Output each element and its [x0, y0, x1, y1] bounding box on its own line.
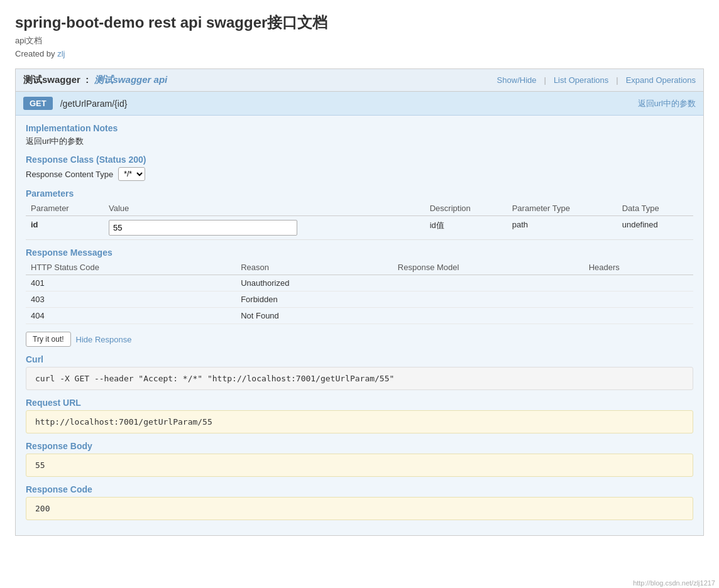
col-http-status: HTTP Status Code [26, 260, 236, 275]
response-code-label: Response Code [26, 484, 693, 494]
col-response-model: Response Model [393, 260, 584, 275]
response-code-value: 200 [35, 504, 50, 513]
curl-box: curl -X GET --header "Accept: */*" "http… [26, 367, 693, 390]
table-row: 404 Not Found [26, 308, 693, 324]
col-param-type: Parameter Type [507, 201, 617, 216]
request-url-value: http://localhost:7001/getUrlParam/55 [35, 417, 212, 427]
param-data-type: undefined [617, 216, 693, 240]
operation-content: Implementation Notes 返回url中的参数 Response … [16, 116, 703, 535]
rm-reason: Unauthorized [236, 275, 393, 291]
response-messages-table: HTTP Status Code Reason Response Model H… [26, 260, 693, 324]
operation-path: /getUrlParam/{id} [60, 99, 638, 109]
hide-response-link[interactable]: Hide Response [76, 335, 132, 344]
page-subtitle: api文档 [15, 35, 704, 46]
operation-bar: GET /getUrlParam/{id} 返回url中的参数 [16, 92, 703, 116]
request-url-box: http://localhost:7001/getUrlParam/55 [26, 410, 693, 433]
col-headers: Headers [584, 260, 693, 275]
section-controls: Show/Hide | List Operations | Expand Ope… [497, 75, 696, 85]
author-link[interactable]: zlj [57, 49, 65, 58]
impl-notes-text: 返回url中的参数 [26, 136, 693, 147]
col-parameter: Parameter [26, 201, 104, 216]
col-data-type: Data Type [617, 201, 693, 216]
param-value-cell[interactable] [104, 216, 425, 240]
response-messages-label: Response Messages [26, 248, 693, 258]
rm-headers [584, 275, 693, 291]
param-description: id值 [425, 216, 507, 240]
rm-code: 404 [26, 308, 236, 324]
rm-model [393, 308, 584, 324]
page-title: spring-boot-demo rest api swagger接口文档 [15, 13, 704, 33]
col-reason: Reason [236, 260, 393, 275]
col-description: Description [425, 201, 507, 216]
curl-value: curl -X GET --header "Accept: */*" "http… [35, 374, 394, 383]
operation-block: GET /getUrlParam/{id} 返回url中的参数 Implemen… [16, 91, 703, 535]
list-operations-link[interactable]: List Operations [554, 75, 608, 85]
show-hide-link[interactable]: Show/Hide [497, 75, 537, 85]
api-section-title-link[interactable]: 测试swagger api [94, 74, 168, 85]
rm-model [393, 275, 584, 291]
table-row: 401 Unauthorized [26, 275, 693, 291]
request-url-label: Request URL [26, 398, 693, 408]
response-body-label: Response Body [26, 441, 693, 451]
rm-headers [584, 291, 693, 308]
param-value-input[interactable] [109, 220, 297, 236]
response-content-type-row: Response Content Type */* [26, 167, 693, 181]
rm-reason: Forbidden [236, 291, 393, 308]
response-body-box: 55 [26, 454, 693, 477]
api-section: 测试swagger : 测试swagger api Show/Hide | Li… [15, 68, 704, 536]
response-code-box: 200 [26, 497, 693, 520]
response-content-type-label: Response Content Type [26, 170, 113, 179]
created-by: Created by zlj [15, 49, 704, 58]
rm-headers [584, 308, 693, 324]
api-section-header: 测试swagger : 测试swagger api Show/Hide | Li… [16, 69, 703, 91]
param-name: id [26, 216, 104, 240]
col-value: Value [104, 201, 425, 216]
param-type: path [507, 216, 617, 240]
rm-code: 403 [26, 291, 236, 308]
response-body-value: 55 [35, 460, 45, 470]
table-row: id id值 path undefined [26, 216, 693, 240]
try-row: Try it out! Hide Response [26, 332, 693, 347]
expand-operations-link[interactable]: Expand Operations [626, 75, 696, 85]
curl-label: Curl [26, 354, 693, 364]
content-type-select[interactable]: */* [118, 167, 145, 181]
parameters-table: Parameter Value Description Parameter Ty… [26, 201, 693, 240]
rm-model [393, 291, 584, 308]
parameters-label: Parameters [26, 188, 693, 199]
impl-notes-label: Implementation Notes [26, 123, 693, 133]
table-row: 403 Forbidden [26, 291, 693, 308]
response-class-label: Response Class (Status 200) [26, 155, 693, 165]
try-it-out-button[interactable]: Try it out! [26, 332, 71, 347]
rm-reason: Not Found [236, 308, 393, 324]
rm-code: 401 [26, 275, 236, 291]
method-badge: GET [23, 97, 53, 110]
operation-summary-link[interactable]: 返回url中的参数 [638, 98, 696, 109]
api-section-title: 测试swagger : 测试swagger api [23, 74, 167, 86]
